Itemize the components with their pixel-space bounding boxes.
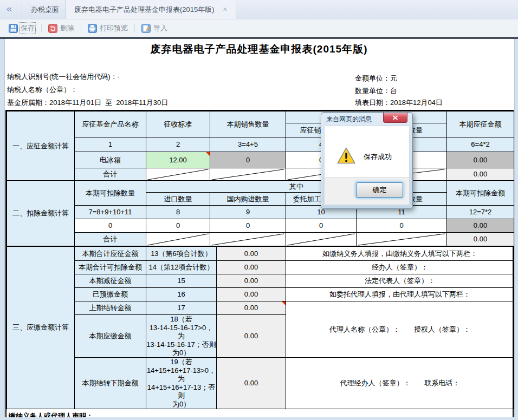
col-number: 3=4+5: [210, 137, 286, 152]
col-number: 1: [75, 137, 146, 152]
item-label: 上期结转金额: [75, 301, 146, 315]
computed-value-cell: 0.00: [217, 357, 286, 409]
app-window: « 办税桌面 废弃电器电子产品处理基金申报表(2015年版) × 保存 删除 打…: [0, 0, 518, 420]
col-number: 9: [210, 206, 286, 219]
tab-bar: « 办税桌面 废弃电器电子产品处理基金申报表(2015年版) ×: [0, 0, 518, 20]
dialog-close-button[interactable]: [383, 113, 407, 123]
import-qty-input-cell[interactable]: 0: [146, 219, 210, 233]
deductible-qty-input-cell[interactable]: 0: [75, 219, 146, 233]
toolbar-separator: [41, 24, 42, 32]
changed-marker: [206, 152, 210, 156]
levy-amount-cell-disabled: 0.00: [447, 152, 514, 168]
section1-total-label: 合计: [75, 168, 146, 181]
back-chevrons-icon[interactable]: «: [7, 3, 12, 15]
item-label: 本期应缴金额: [75, 315, 146, 358]
page-bottom-margin: [0, 417, 518, 420]
dialog-title[interactable]: 来自网页的消息: [326, 115, 372, 124]
quantity-unit-label: 数量单位：台: [355, 86, 397, 96]
declaration-table: 一、应征金额计算 应征基金产品名称 征收标准 本期销售数量 其中 本期应征金额 …: [5, 110, 514, 419]
print-preview-label: 打印预览: [100, 23, 128, 33]
print-preview-button[interactable]: 打印预览: [88, 23, 128, 33]
dialog-footer: 确定: [325, 177, 409, 205]
col-header-deductible-qty: 本期可扣除数量: [75, 181, 146, 206]
col-number: 12=7*2: [447, 206, 514, 219]
form-title: 废弃电器电子产品处理基金申报表(2015年版): [0, 42, 518, 56]
fill-date-label: 填表日期：2018年12月04日: [355, 98, 443, 108]
line-number: 17: [146, 301, 217, 315]
toolbar-separator: [134, 24, 135, 32]
levy-standard-input-cell[interactable]: 12.00: [146, 152, 210, 168]
col-header-import-qty: 进口数量: [146, 193, 210, 206]
na-cell: [210, 168, 286, 181]
dialog-message: 保存成功: [364, 152, 392, 162]
consign-processing-qty-input-cell[interactable]: 0: [286, 219, 357, 233]
sales-qty-cell-disabled: 0: [210, 152, 286, 168]
taxpayer-id-label: 纳税人识别号(统一社会信用代码)：·: [7, 72, 120, 82]
domestic-purchase-qty-input-cell[interactable]: 0: [210, 219, 286, 233]
section2-total-label: 合计: [75, 233, 146, 246]
item-label: 本期合计应征金额: [75, 247, 146, 261]
col-header-deductible-amount: 本期可扣除金额: [447, 181, 514, 206]
section1-label: 一、应征金额计算: [7, 111, 75, 181]
agent-note: 如委托代理人填报，由代理人填写以下两栏：: [286, 288, 514, 301]
delete-label: 删除: [60, 23, 74, 33]
col-header-levy-standard: 征收标准: [146, 111, 210, 137]
col-number: 8: [146, 206, 210, 219]
webpage-message-dialog: 来自网页的消息 保存成功 确定: [321, 112, 413, 209]
line-number: 14（第12项合计数）: [146, 261, 217, 274]
col-number: 2: [146, 137, 210, 152]
ok-button[interactable]: 确定: [356, 182, 403, 198]
sales-return-qty-input-cell[interactable]: 0: [357, 219, 447, 233]
computed-value-cell: 0.00: [217, 315, 286, 358]
changed-marker: [282, 301, 286, 305]
na-cell: [286, 233, 357, 246]
save-label: 保存: [21, 23, 35, 33]
na-cell: [146, 168, 210, 181]
tab-label: 废弃电器电子产品处理基金申报表(2015年版): [74, 5, 215, 14]
col-header-domestic-purchase-qty: 国内购进数量: [210, 193, 286, 206]
section1-total-amount: 0.00: [447, 168, 514, 181]
computed-value-cell: 0.00: [217, 274, 286, 288]
product-name-cell: 电冰箱: [75, 152, 146, 168]
section2-label: 二、扣除金额计算: [7, 181, 75, 246]
filer-note: 如缴纳义务人填报，由缴纳义务人填写以下两栏：: [286, 247, 514, 261]
import-icon: [141, 24, 151, 33]
toolbar: 保存 删除 打印预览 导入: [0, 19, 518, 37]
col-number: 7=8+9+10+11: [75, 206, 146, 219]
col-header-levy-amount: 本期应征金额: [447, 111, 514, 137]
computed-value-cell: 0.00: [217, 261, 286, 274]
tab-label: 办税桌面: [31, 5, 59, 14]
import-button[interactable]: 导入: [141, 23, 167, 33]
dialog-body: 保存成功 确定: [324, 126, 410, 205]
toolbar-separator: [81, 24, 81, 32]
close-x-icon: [392, 115, 398, 120]
section3-label: 三、应缴金额计算: [7, 247, 75, 409]
col-header-sales-qty: 本期销售数量: [210, 111, 286, 137]
agent-handler-phone-labels: 代理经办人（签章）： 联系电话：: [286, 357, 514, 409]
taxpayer-name-label: 纳税人名称（公章）：: [7, 85, 77, 95]
delete-button[interactable]: 删除: [48, 23, 74, 33]
item-label: 本期合计可扣除金额: [75, 261, 146, 274]
line-number: 13（第6项合计数）: [146, 247, 217, 261]
save-icon: [9, 24, 18, 33]
col-header-product-name: 应征基金产品名称: [75, 111, 146, 137]
import-label: 导入: [153, 23, 167, 33]
item-label: 已预缴金额: [75, 288, 146, 301]
item-label: 本期减征金额: [75, 274, 146, 288]
save-button[interactable]: 保存: [9, 23, 35, 33]
na-cell: [210, 233, 286, 246]
na-cell: [146, 233, 210, 246]
delete-icon: [48, 24, 57, 33]
item-label: 本期结转下期金额: [75, 357, 146, 409]
levy-and-deduction-table: 一、应征金额计算 应征基金产品名称 征收标准 本期销售数量 其中 本期应征金额 …: [7, 111, 514, 246]
tab-fund-declaration-form[interactable]: 废弃电器电子产品处理基金申报表(2015年版) ×: [65, 0, 236, 19]
legal-representative-signature-label: 法定代表人（签章）：: [286, 274, 514, 288]
handler-signature-label: 经办人（签章）：: [286, 261, 514, 274]
computed-value-cell: 0.00: [217, 301, 286, 315]
warning-icon: [336, 147, 356, 167]
computed-value-cell: 0.00: [217, 247, 286, 261]
fund-period-label: 基金所属期：2018年11月01日 至 2018年11月30日: [7, 98, 168, 108]
tab-close-icon[interactable]: ×: [223, 0, 227, 19]
tab-tax-desktop[interactable]: 办税桌面: [22, 0, 68, 19]
deductible-amount-cell-disabled: 0.00: [447, 219, 514, 233]
